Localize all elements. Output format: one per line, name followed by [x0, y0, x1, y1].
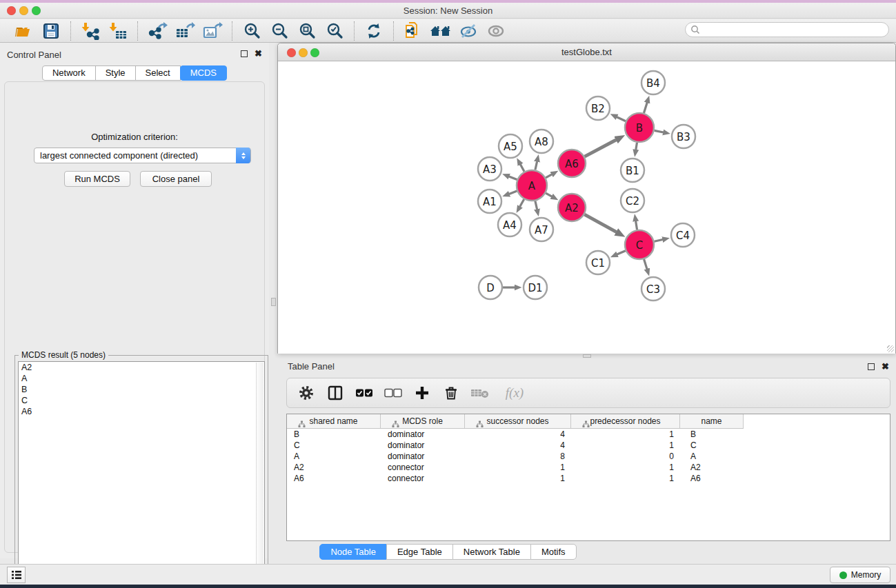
- cell-shared-name[interactable]: C: [287, 440, 381, 450]
- edge-A-A3[interactable]: [509, 176, 517, 180]
- column-header-name[interactable]: name: [680, 414, 744, 428]
- edge-C-C3[interactable]: [644, 259, 647, 269]
- node-a6[interactable]: A6: [558, 150, 586, 177]
- apply-function-button[interactable]: f(x): [499, 383, 530, 403]
- search-input[interactable]: [685, 22, 889, 37]
- edge-A-A5[interactable]: [520, 164, 524, 171]
- node-c4[interactable]: C4: [671, 223, 695, 247]
- delete-table-button[interactable]: [470, 383, 490, 403]
- node-a8[interactable]: A8: [530, 130, 553, 153]
- close-panel-button[interactable]: Close panel: [140, 171, 212, 187]
- cell-predecessor-nodes[interactable]: 0: [571, 452, 680, 461]
- table-row[interactable]: Adominator80A: [287, 451, 890, 462]
- column-header-predecessor-nodes[interactable]: predecessor nodes: [571, 414, 680, 428]
- cell-shared-name[interactable]: A2: [287, 463, 381, 472]
- table-options-button[interactable]: [297, 383, 316, 403]
- cell-successor-nodes[interactable]: 1: [465, 463, 571, 472]
- deselect-all-button[interactable]: [384, 383, 403, 403]
- network-graph[interactable]: B4B2BB3A5A8A6B1A3AC2A1A2A4A7C4CC1C3DD1: [278, 61, 895, 354]
- show-columns-button[interactable]: [326, 383, 345, 403]
- cell-MCDS-role[interactable]: connector: [381, 463, 465, 472]
- edge-B-B4[interactable]: [644, 103, 647, 113]
- table-row[interactable]: Cdominator41C: [287, 440, 890, 451]
- column-header-successor-nodes[interactable]: successor nodes: [465, 414, 571, 428]
- export-network-button[interactable]: [143, 21, 171, 41]
- cell-name[interactable]: C: [680, 440, 744, 450]
- node-a[interactable]: A: [517, 170, 547, 201]
- cell-predecessor-nodes[interactable]: 1: [571, 429, 680, 439]
- edge-A-A2[interactable]: [546, 193, 552, 196]
- node-b2[interactable]: B2: [586, 97, 610, 120]
- cell-name[interactable]: A6: [680, 474, 744, 483]
- close-panel-icon[interactable]: ✖: [255, 50, 262, 58]
- tab-edge-table[interactable]: Edge Table: [386, 544, 453, 560]
- cell-MCDS-role[interactable]: dominator: [381, 429, 465, 439]
- node-c3[interactable]: C3: [641, 277, 665, 301]
- edge-A-A4[interactable]: [520, 199, 524, 207]
- node-a1[interactable]: A1: [478, 190, 501, 213]
- node-a3[interactable]: A3: [478, 157, 501, 181]
- edge-A-A7[interactable]: [535, 201, 537, 209]
- horizontal-splitter-handle[interactable]: [583, 354, 591, 358]
- float-panel-icon[interactable]: [241, 50, 248, 57]
- table-row[interactable]: A6connector11A6: [287, 473, 890, 484]
- cell-predecessor-nodes[interactable]: 1: [571, 463, 680, 472]
- tab-motifs[interactable]: Motifs: [530, 544, 577, 560]
- edge-B-B2[interactable]: [617, 117, 626, 121]
- cell-predecessor-nodes[interactable]: 1: [571, 474, 680, 483]
- open-session-button[interactable]: [10, 21, 37, 41]
- edge-C-C4[interactable]: [654, 240, 662, 242]
- show-graphics-details-button[interactable]: [482, 21, 510, 41]
- edge-A2-C[interactable]: [584, 214, 616, 232]
- node-b[interactable]: B: [625, 113, 654, 142]
- run-mcds-button[interactable]: Run MCDS: [64, 171, 130, 187]
- node-c[interactable]: C: [625, 230, 654, 259]
- edge-A-A6[interactable]: [546, 174, 552, 178]
- result-item-a6[interactable]: A6: [19, 406, 264, 417]
- select-all-button[interactable]: [355, 383, 374, 403]
- edge-C-C2[interactable]: [636, 221, 637, 230]
- result-item-c[interactable]: C: [19, 395, 264, 406]
- cell-shared-name[interactable]: A: [287, 452, 381, 461]
- tab-node-table[interactable]: Node Table: [319, 544, 387, 560]
- edge-A-A8[interactable]: [535, 161, 537, 170]
- cell-name[interactable]: A: [680, 452, 744, 461]
- cell-shared-name[interactable]: B: [287, 429, 381, 439]
- node-table[interactable]: shared nameMCDS rolesuccessor nodesprede…: [286, 414, 890, 541]
- export-image-button[interactable]: [199, 21, 226, 41]
- cell-name[interactable]: A2: [680, 463, 744, 472]
- node-a4[interactable]: A4: [498, 213, 521, 236]
- cell-name[interactable]: B: [680, 429, 744, 439]
- import-table-button[interactable]: [104, 21, 132, 41]
- table-row[interactable]: Bdominator41B: [287, 429, 890, 440]
- cell-successor-nodes[interactable]: 1: [465, 474, 571, 483]
- edge-C-C1[interactable]: [617, 251, 626, 254]
- column-header-shared-name[interactable]: shared name: [287, 414, 381, 428]
- node-b4[interactable]: B4: [641, 71, 665, 94]
- result-item-b[interactable]: B: [19, 384, 264, 395]
- home-button[interactable]: [427, 21, 455, 41]
- table-row[interactable]: A2connector11A2: [287, 462, 890, 473]
- node-c2[interactable]: C2: [621, 189, 644, 212]
- cell-MCDS-role[interactable]: connector: [381, 474, 465, 483]
- network-canvas[interactable]: B4B2BB3A5A8A6B1A3AC2A1A2A4A7C4CC1C3DD1: [278, 61, 895, 354]
- edge-B-B3[interactable]: [655, 130, 664, 132]
- task-history-button[interactable]: [7, 567, 26, 583]
- node-a7[interactable]: A7: [530, 218, 553, 241]
- node-d[interactable]: D: [479, 276, 502, 299]
- close-table-panel-icon[interactable]: ✖: [882, 363, 889, 371]
- window-resize-grip[interactable]: [887, 345, 894, 352]
- edge-A-A1[interactable]: [509, 191, 517, 194]
- result-item-a2[interactable]: A2: [19, 362, 264, 373]
- zoom-out-button[interactable]: [266, 21, 293, 41]
- tab-mcds[interactable]: MCDS: [180, 65, 227, 81]
- export-table-button[interactable]: [171, 21, 199, 41]
- save-session-button[interactable]: [37, 21, 65, 41]
- node-b3[interactable]: B3: [672, 125, 695, 148]
- new-network-from-file-button[interactable]: [399, 21, 427, 41]
- cell-successor-nodes[interactable]: 4: [465, 429, 571, 439]
- delete-column-button[interactable]: [441, 383, 461, 403]
- zoom-fit-button[interactable]: [293, 21, 321, 41]
- float-table-panel-icon[interactable]: [868, 363, 875, 370]
- edge-A6-B[interactable]: [585, 140, 617, 156]
